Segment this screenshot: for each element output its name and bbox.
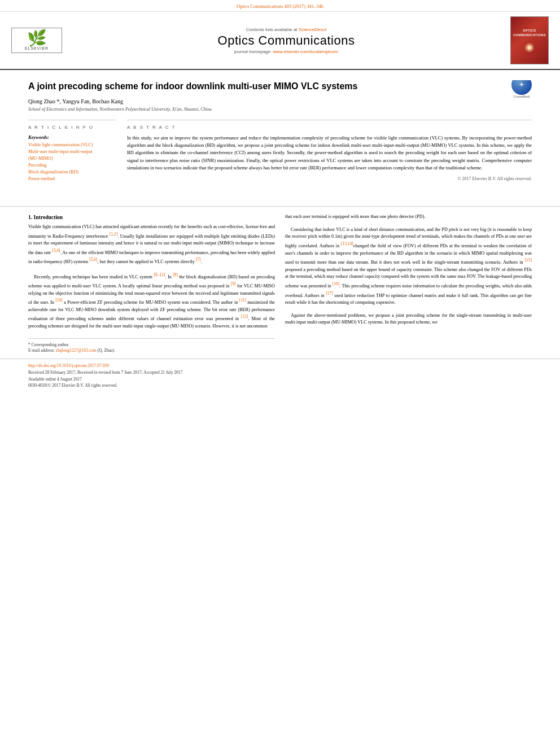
ref-16[interactable]: [16]	[333, 281, 340, 286]
homepage-line: journal homepage: www.elsevier.com/locat…	[62, 49, 510, 54]
paper-title: A joint precoding scheme for indoor down…	[28, 80, 532, 93]
email-link[interactable]: zhqlong1227@163.com	[56, 348, 97, 353]
ref-15[interactable]: [15]	[525, 257, 532, 263]
journal-cover: OPTICSCOMMUNICATIONS ◉	[510, 16, 549, 64]
left-column: 1. Introduction Visible light communicat…	[28, 213, 275, 354]
email-label: E-mail address:	[28, 348, 55, 353]
section1-para1: Visible light communication (VLC) has at…	[28, 224, 275, 266]
contents-label: Contents lists available at	[246, 27, 298, 32]
issn-line: 0030-4018/© 2017 Elsevier B.V. All right…	[28, 383, 532, 388]
corresponding-label: * Corresponding author.	[28, 342, 69, 347]
elsevier-label: ELSEVIER	[25, 46, 49, 50]
cover-title: OPTICSCOMMUNICATIONS	[512, 28, 547, 38]
keyword-item[interactable]: (MU-MIMO)	[28, 155, 116, 162]
section1-para3: Considering that indoor VLC is a kind of…	[285, 226, 532, 307]
ref-13-14[interactable]: [13,14]	[341, 241, 353, 246]
journal-title: Optics Communications	[62, 33, 510, 48]
article-abstract-section: A R T I C L E I N F O Keywords: Visible …	[28, 120, 532, 182]
ref-9[interactable]: [9]	[231, 281, 236, 286]
right-column: that each user terminal is equipped with…	[285, 213, 532, 354]
doi-link[interactable]: http://dx.doi.org/10.1016/j.optcom.2017.…	[28, 363, 109, 368]
received-dates: Received 28 February 2017; Received in r…	[28, 369, 532, 376]
sciencedirect-link[interactable]: ScienceDirect	[299, 27, 326, 32]
footnote-area: * Corresponding author. E-mail address: …	[28, 338, 275, 354]
section-divider	[0, 206, 560, 207]
keyword-item[interactable]: Precoding	[28, 162, 116, 169]
paper-area: ✛ CrossMark A joint precoding scheme for…	[0, 70, 560, 199]
affiliation-line: School of Electronics and Information, N…	[28, 107, 532, 112]
bottom-info-area: http://dx.doi.org/10.1016/j.optcom.2017.…	[0, 359, 560, 388]
doi-link-line: http://dx.doi.org/10.1016/j.optcom.2017.…	[28, 362, 532, 369]
main-content: 1. Introduction Visible light communicat…	[0, 213, 560, 354]
crossmark-label: CrossMark	[511, 95, 532, 98]
corresponding-note: * Corresponding author.	[28, 342, 275, 348]
ref-1-2[interactable]: [1,2]	[110, 231, 117, 237]
ref-12[interactable]: [12]	[241, 314, 248, 319]
email-person: (Q. Zhao).	[98, 348, 115, 353]
copyright-line: © 2017 Elsevier B.V. All rights reserved…	[127, 176, 532, 181]
section1-para4: Against the above-mentioned problems, we…	[285, 312, 532, 326]
available-online: Available online 4 August 2017	[28, 376, 532, 383]
section1-para2: Recently, precoding technique has been s…	[28, 272, 275, 330]
ref-11[interactable]: [11]	[239, 298, 246, 303]
ref-8[interactable]: [8]	[173, 272, 178, 277]
section1-heading: 1. Introduction	[28, 215, 275, 220]
ref-5-6[interactable]: [5,6]	[89, 257, 97, 262]
keywords-label: Keywords:	[28, 134, 116, 140]
journal-header: 🌿 ELSEVIER Contents lists available at S…	[0, 12, 560, 70]
authors-line: Qiong Zhao *, Yangyu Fan, Bochao Kang	[28, 98, 532, 104]
article-info: A R T I C L E I N F O Keywords: Visible …	[28, 120, 116, 182]
section1-right-cont: that each user terminal is equipped with…	[285, 213, 532, 221]
keyword-item[interactable]: Visible light communication (VLC)	[28, 142, 116, 148]
elsevier-bird-icon: 🌿	[27, 30, 47, 46]
title-row: ✛ CrossMark A joint precoding scheme for…	[28, 80, 532, 98]
elsevier-logo: 🌿 ELSEVIER	[11, 28, 62, 53]
sciencedirect-line: Contents lists available at ScienceDirec…	[62, 27, 510, 32]
ref-8-12[interactable]: [8–12]	[154, 272, 165, 277]
keywords-list: Visible light communication (VLC) Multi-…	[28, 142, 116, 182]
ref-3-4[interactable]: [3,4]	[52, 248, 60, 253]
abstract-section: A B S T R A C T In this study, we aim to…	[127, 120, 532, 182]
keyword-item[interactable]: Block diagonalization (BD)	[28, 169, 116, 176]
article-info-title: A R T I C L E I N F O	[28, 125, 116, 130]
ref-10[interactable]: [10]	[55, 298, 63, 303]
abstract-title: A B S T R A C T	[127, 125, 532, 130]
abstract-text: In this study, we aim to improve the sys…	[127, 134, 532, 172]
authors-text: Qiong Zhao *, Yangyu Fan, Bochao Kang	[28, 98, 123, 104]
ref-7[interactable]: [7]	[196, 257, 201, 262]
crossmark-badge[interactable]: ✛ CrossMark	[511, 80, 532, 98]
keyword-item[interactable]: Power-method	[28, 176, 116, 182]
doi-text: Optics Communications 403 (2017) 341–346	[237, 3, 323, 9]
ref-17[interactable]: [17]	[326, 291, 333, 296]
doi-bar: Optics Communications 403 (2017) 341–346	[0, 0, 560, 12]
keyword-item[interactable]: Multi-user multi-input multi-output	[28, 148, 116, 155]
email-note: E-mail address: zhqlong1227@163.com (Q. …	[28, 348, 275, 354]
homepage-link[interactable]: www.elsevier.com/locate/optcom	[273, 49, 338, 54]
cover-decoration: ◉	[525, 41, 534, 53]
homepage-label: journal homepage:	[234, 49, 272, 54]
journal-center: Contents lists available at ScienceDirec…	[62, 27, 510, 54]
crossmark-icon: ✛	[511, 80, 532, 95]
